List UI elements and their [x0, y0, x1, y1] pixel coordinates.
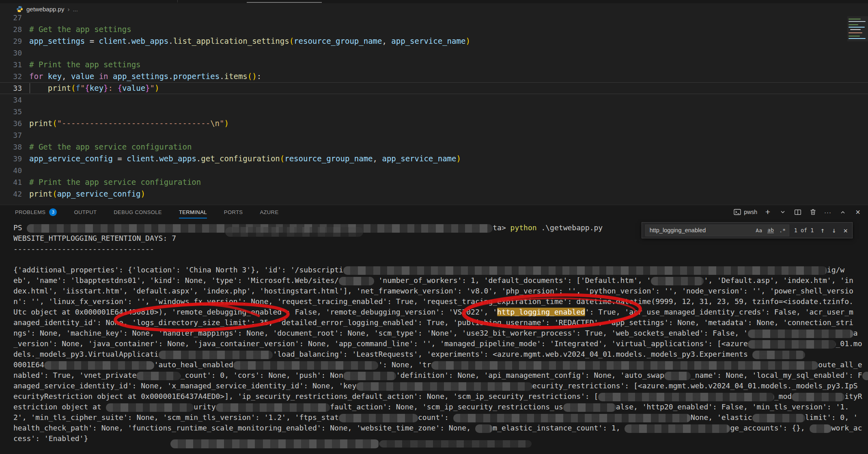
redaction-blur [792, 393, 844, 401]
redaction-blur [159, 351, 273, 359]
python-icon [16, 6, 23, 13]
find-previous-button[interactable]: ↑ [819, 226, 826, 234]
code-line: 28# Get the app settings [0, 24, 868, 35]
line-number: 28 [0, 24, 22, 35]
terminal-profile[interactable]: pwsh [734, 208, 757, 216]
code-line: 33 print(f"{key}: {value}") [0, 82, 868, 94]
line-number: 38 [0, 141, 22, 153]
breadcrumb-separator-icon: › [67, 6, 69, 13]
terminal-line: ecurityRestriction object at 0x000001E64… [0, 391, 868, 402]
find-match-highlight: http_logging_enabled [497, 308, 585, 316]
terminal-lines: PS ta> python .\getwebapp.pyWEBSITE_HTTP… [0, 219, 868, 444]
redaction-blur [343, 372, 396, 380]
breadcrumb-file[interactable]: getwebapp.py [26, 6, 64, 13]
terminal-line: eb', 'name': 'lbapptestdns01', 'kind': N… [0, 275, 868, 286]
line-number: 27 [0, 15, 22, 24]
terminal-profile-dropdown-icon[interactable] [778, 208, 787, 216]
breadcrumb[interactable]: getwebapp.py › ... [0, 3, 868, 15]
code-line: 40 [0, 165, 868, 176]
redaction-blur [453, 414, 691, 422]
code-lines: 2728# Get the app settings29app_settings… [0, 15, 868, 200]
panel-actions: pwsh + ··· × [734, 205, 862, 219]
terminal-line: anaged_identity_id': None, 'logs_directo… [0, 317, 868, 328]
tab-bar-strip [0, 0, 868, 3]
terminal-line: 0001E64'auto_heal_enabled': None, 'trout… [0, 360, 868, 370]
terminal-line: _version': None, 'java_container': None,… [0, 338, 868, 349]
terminal-output[interactable]: PS ta> python .\getwebapp.pyWEBSITE_HTTP… [0, 219, 868, 454]
redaction-blur [748, 340, 836, 349]
line-number: 30 [0, 47, 22, 59]
tab-separator [177, 0, 178, 2]
panel-tab-debug-console[interactable]: DEBUG CONSOLE [114, 205, 162, 219]
regex-button[interactable]: .* [778, 226, 787, 235]
match-case-button[interactable]: Aa [754, 226, 764, 235]
kill-terminal-button[interactable] [808, 208, 817, 216]
find-input-box: Aa ab .* [645, 225, 789, 236]
redaction-blur [862, 372, 868, 380]
redaction-blur [44, 361, 154, 370]
line-number: 41 [0, 176, 22, 188]
redaction-blur [664, 372, 691, 380]
indent-guide [30, 83, 30, 93]
code-line: 35 [0, 106, 868, 118]
code-line: 36print("-------------------------------… [0, 118, 868, 129]
redaction-blur [475, 424, 493, 433]
redaction-blur [379, 440, 532, 448]
terminal-line: 2', 'min_tls_cipher_suite': None, 'scm_m… [0, 412, 868, 423]
panel-tab-output[interactable]: OUTPUT [74, 205, 97, 219]
code-line: 42print(app_service_config) [0, 188, 868, 200]
redaction-blur [216, 403, 330, 412]
redaction-blur [748, 330, 853, 338]
terminal-line [0, 254, 868, 265]
terminal-line: -------------------------------- [0, 244, 868, 254]
terminal-line: dex.html', 'iisstart.htm', 'default.aspx… [0, 286, 868, 296]
redaction-blur [431, 361, 818, 370]
code-line: 41# Print the app service configuration [0, 176, 868, 188]
terminal-line: n': '', 'linux_fx_version': '', 'windows… [0, 296, 868, 307]
panel-header: PROBLEMS3OUTPUTDEBUG CONSOLETERMINALPORT… [0, 205, 868, 219]
panel-tab-azure[interactable]: AZURE [260, 205, 278, 219]
panel-tab-label: TERMINAL [179, 209, 207, 215]
line-number: 29 [0, 35, 22, 47]
whole-word-button[interactable]: ab [766, 226, 775, 235]
terminal-find-widget: Aa ab .* 1 of 1 ↑ ↓ × [642, 222, 853, 238]
line-number: 32 [0, 71, 22, 82]
shell-label: pwsh [744, 209, 757, 215]
code-line: 34 [0, 94, 868, 106]
maximize-panel-button[interactable] [838, 208, 847, 216]
redaction-blur [343, 266, 827, 275]
terminal-icon [734, 208, 741, 216]
code-editor[interactable]: 2728# Get the app settings29app_settings… [0, 15, 868, 205]
find-input[interactable] [649, 227, 752, 234]
terminal-line: {'additional_properties': {'location': '… [0, 265, 868, 275]
redaction-blur [625, 424, 730, 433]
split-terminal-button[interactable] [793, 208, 802, 216]
line-number: 39 [0, 153, 22, 165]
panel-tab-label: OUTPUT [74, 209, 97, 215]
redaction-blur [810, 424, 831, 433]
more-actions-button[interactable]: ··· [823, 208, 832, 216]
line-number: 34 [0, 94, 22, 106]
line-number: 37 [0, 129, 22, 141]
line-number: 36 [0, 118, 22, 129]
line-number: 42 [0, 188, 22, 200]
breadcrumb-more[interactable]: ... [73, 6, 78, 13]
terminal-line: estriction object at urityfault_action':… [0, 402, 868, 412]
find-next-button[interactable]: ↓ [831, 226, 837, 234]
panel-tabs: PROBLEMS3OUTPUTDEBUG CONSOLETERMINALPORT… [15, 205, 278, 219]
panel-tab-label: PROBLEMS [15, 209, 45, 215]
close-panel-button[interactable]: × [853, 208, 862, 216]
panel-tab-label: PORTS [224, 209, 243, 215]
terminal-line: anaged_service_identity_id': None, 'x_ma… [0, 381, 868, 391]
panel-tab-problems[interactable]: PROBLEMS3 [15, 205, 57, 219]
new-terminal-button[interactable]: + [763, 208, 772, 216]
code-line: 37 [0, 129, 868, 141]
panel-tab-terminal[interactable]: TERMINAL [179, 205, 207, 219]
line-number: 33 [0, 82, 22, 94]
terminal-line: dels._models_py3.VirtualApplicati'load_b… [0, 349, 868, 360]
terminal-line: Utc object at 0x000001E641430810>), 'rem… [0, 307, 868, 317]
code-line: 30 [0, 47, 868, 59]
find-close-button[interactable]: × [842, 226, 849, 235]
panel-tab-ports[interactable]: PORTS [224, 205, 243, 219]
minimap[interactable] [847, 16, 868, 41]
